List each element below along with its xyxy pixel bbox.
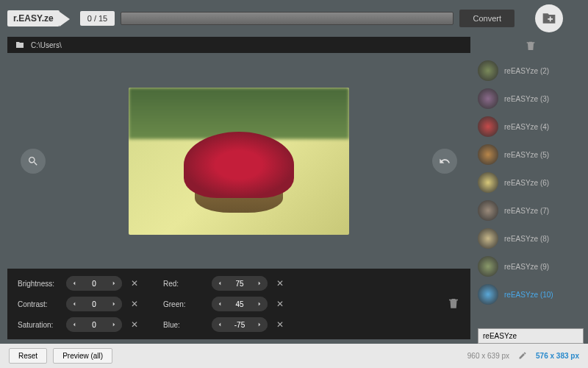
preset-thumbnail bbox=[478, 144, 498, 165]
preset-thumbnail bbox=[478, 200, 498, 221]
contrast-control: Contrast: 0 ✕ bbox=[18, 297, 141, 311]
preset-item[interactable]: reEASYze (3) bbox=[478, 87, 581, 110]
red-control: Red: 75 ✕ bbox=[163, 276, 287, 291]
arrow-left-icon bbox=[71, 321, 78, 328]
preview-all-button[interactable]: Preview (all) bbox=[53, 348, 112, 364]
pencil-icon bbox=[518, 351, 527, 360]
brightness-control: Brightness: 0 ✕ bbox=[18, 276, 141, 291]
preset-item[interactable]: reEASYze (2) bbox=[478, 59, 581, 82]
brightness-label: Brightness: bbox=[18, 280, 62, 288]
progress-bar bbox=[121, 12, 453, 25]
trash-icon bbox=[447, 297, 460, 310]
saturation-decrease-button[interactable] bbox=[66, 317, 82, 332]
preset-name-input[interactable] bbox=[478, 328, 584, 344]
saturation-stepper: 0 bbox=[66, 317, 122, 332]
preview-image bbox=[129, 88, 349, 235]
preset-thumbnail bbox=[478, 228, 498, 249]
saturation-control: Saturation: 0 ✕ bbox=[18, 317, 141, 332]
preset-label: reEASYze (5) bbox=[504, 151, 549, 159]
blue-decrease-button[interactable] bbox=[212, 317, 228, 332]
brightness-value: 0 bbox=[82, 280, 106, 288]
arrow-left-icon bbox=[71, 280, 78, 287]
presets-sidebar: reEASYze (2) reEASYze (3) reEASYze (4) r… bbox=[478, 37, 588, 344]
canvas-area bbox=[7, 57, 470, 264]
preset-label: reEASYze (8) bbox=[504, 235, 549, 243]
convert-button[interactable]: Convert bbox=[459, 10, 514, 27]
arrow-right-icon bbox=[256, 300, 263, 308]
folder-plus-icon bbox=[542, 11, 556, 26]
preset-item[interactable]: reEASYze (7) bbox=[478, 199, 581, 222]
delete-preset-button[interactable] bbox=[478, 37, 584, 59]
green-value: 45 bbox=[228, 300, 251, 308]
blue-value: -75 bbox=[228, 321, 251, 329]
preset-item[interactable]: reEASYze (4) bbox=[478, 115, 581, 138]
contrast-decrease-button[interactable] bbox=[66, 297, 82, 311]
brightness-reset-button[interactable]: ✕ bbox=[128, 277, 141, 290]
red-label: Red: bbox=[163, 280, 207, 288]
add-folder-button[interactable] bbox=[535, 4, 563, 32]
contrast-increase-button[interactable] bbox=[106, 297, 122, 311]
folder-icon bbox=[15, 40, 25, 49]
green-decrease-button[interactable] bbox=[212, 297, 228, 311]
preset-label: reEASYze (10) bbox=[504, 291, 553, 299]
progress-count: 0 / 15 bbox=[80, 11, 115, 26]
path-text: C:\Users\ bbox=[31, 41, 62, 49]
target-dimensions: 576 x 383 px bbox=[536, 352, 579, 360]
red-stepper: 75 bbox=[212, 276, 268, 291]
arrow-left-icon bbox=[216, 300, 223, 308]
red-increase-button[interactable] bbox=[251, 276, 268, 291]
brightness-stepper: 0 bbox=[66, 276, 122, 291]
preset-thumbnail bbox=[478, 284, 498, 305]
preset-thumbnail bbox=[478, 172, 498, 193]
arrow-left-icon bbox=[216, 280, 223, 287]
green-reset-button[interactable]: ✕ bbox=[273, 297, 287, 311]
undo-icon bbox=[439, 155, 451, 167]
saturation-increase-button[interactable] bbox=[106, 317, 122, 332]
undo-button[interactable] bbox=[432, 149, 457, 174]
magnifier-icon bbox=[27, 155, 39, 167]
brightness-decrease-button[interactable] bbox=[66, 276, 82, 291]
blue-reset-button[interactable]: ✕ bbox=[273, 318, 287, 331]
arrow-right-icon bbox=[110, 280, 118, 287]
preset-item[interactable]: reEASYze (10) bbox=[478, 283, 581, 306]
app-logo: r.EASY.ze bbox=[7, 10, 60, 26]
preset-thumbnail bbox=[478, 256, 498, 277]
contrast-value: 0 bbox=[82, 300, 106, 308]
brightness-increase-button[interactable] bbox=[106, 276, 122, 291]
red-value: 75 bbox=[228, 280, 251, 288]
blue-stepper: -75 bbox=[212, 317, 268, 332]
preset-item[interactable]: reEASYze (8) bbox=[478, 227, 581, 250]
saturation-label: Saturation: bbox=[18, 321, 62, 329]
arrow-right-icon bbox=[256, 280, 263, 287]
green-stepper: 45 bbox=[212, 297, 268, 311]
preset-item[interactable]: reEASYze (5) bbox=[478, 143, 581, 166]
delete-adjustments-button[interactable] bbox=[447, 297, 460, 311]
red-decrease-button[interactable] bbox=[212, 276, 228, 291]
contrast-stepper: 0 bbox=[66, 297, 122, 311]
blue-increase-button[interactable] bbox=[251, 317, 268, 332]
topbar: r.EASY.ze 0 / 15 Convert bbox=[0, 0, 588, 37]
preset-thumbnail bbox=[478, 60, 498, 81]
preset-label: reEASYze (3) bbox=[504, 95, 549, 103]
arrow-left-icon bbox=[71, 300, 78, 308]
saturation-reset-button[interactable]: ✕ bbox=[128, 318, 141, 331]
edit-dimensions-button[interactable] bbox=[518, 351, 527, 361]
red-reset-button[interactable]: ✕ bbox=[273, 277, 287, 290]
zoom-button[interactable] bbox=[21, 149, 46, 174]
trash-icon bbox=[525, 40, 537, 52]
green-increase-button[interactable] bbox=[251, 297, 268, 311]
arrow-left-icon bbox=[216, 321, 223, 328]
contrast-reset-button[interactable]: ✕ bbox=[128, 297, 141, 311]
saturation-value: 0 bbox=[82, 321, 106, 329]
contrast-label: Contrast: bbox=[18, 300, 62, 308]
arrow-right-icon bbox=[110, 300, 118, 308]
path-bar: C:\Users\ bbox=[7, 37, 470, 53]
preset-item[interactable]: reEASYze (9) bbox=[478, 255, 581, 278]
arrow-right-icon bbox=[256, 321, 263, 328]
preset-item[interactable]: reEASYze (6) bbox=[478, 171, 581, 194]
reset-button[interactable]: Reset bbox=[9, 348, 47, 364]
green-label: Green: bbox=[163, 300, 207, 308]
preset-label: reEASYze (2) bbox=[504, 67, 549, 75]
preset-list[interactable]: reEASYze (2) reEASYze (3) reEASYze (4) r… bbox=[478, 59, 584, 324]
preset-label: reEASYze (4) bbox=[504, 123, 549, 131]
